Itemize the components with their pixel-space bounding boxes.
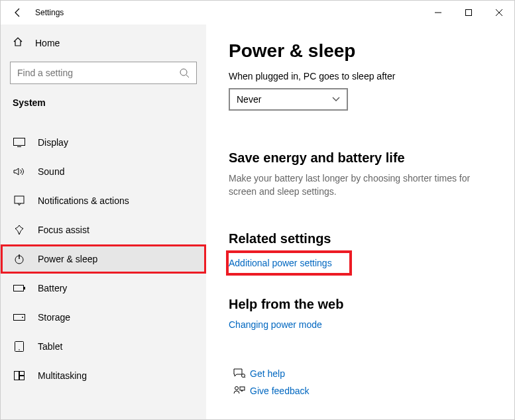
tablet-icon [13, 341, 26, 352]
minimize-button[interactable] [423, 1, 453, 25]
dropdown-value: Never [237, 94, 261, 105]
search-icon [179, 68, 190, 78]
svg-rect-19 [20, 376, 25, 380]
sidebar-item-tablet[interactable]: Tablet [1, 332, 206, 361]
minimize-icon [435, 9, 441, 16]
help-heading: Help from the web [229, 297, 492, 312]
sidebar-item-sound[interactable]: Sound [1, 157, 206, 186]
content-pane: Power & sleep When plugged in, PC goes t… [206, 25, 514, 419]
additional-power-highlight: Additional power settings [229, 253, 349, 273]
back-button[interactable] [9, 3, 27, 22]
home-label: Home [35, 38, 60, 48]
sidebar-item-battery[interactable]: Battery [1, 274, 206, 303]
search-box[interactable] [10, 62, 197, 84]
notifications-icon [13, 195, 26, 206]
home-button[interactable]: Home [1, 30, 206, 56]
sleep-label: When plugged in, PC goes to sleep after [229, 71, 492, 81]
energy-heading: Save energy and battery life [229, 150, 492, 166]
sidebar-item-label: Power & sleep [38, 254, 97, 264]
svg-line-21 [245, 377, 245, 378]
home-icon [13, 36, 23, 50]
energy-description: Make your battery last longer by choosin… [229, 172, 481, 198]
close-button[interactable] [484, 1, 514, 25]
search-input[interactable] [17, 68, 179, 78]
svg-rect-12 [24, 287, 25, 289]
sidebar-item-notifications[interactable]: Notifications & actions [1, 186, 206, 215]
section-heading: System [1, 89, 206, 112]
sidebar-item-label: Tablet [38, 341, 62, 352]
sidebar-item-label: Multitasking [38, 370, 87, 381]
window-title: Settings [35, 8, 64, 17]
svg-rect-11 [14, 286, 24, 291]
get-help-link[interactable]: Get help [250, 368, 285, 379]
sidebar-item-power-sleep[interactable]: Power & sleep [1, 244, 206, 274]
maximize-icon [465, 9, 472, 16]
get-help-icon [229, 368, 250, 379]
additional-power-link[interactable]: Additional power settings [229, 258, 332, 268]
power-icon [13, 254, 26, 264]
sidebar-item-storage[interactable]: Storage [1, 303, 206, 332]
svg-point-4 [180, 69, 187, 76]
give-feedback-link[interactable]: Give feedback [250, 386, 310, 396]
sleep-dropdown[interactable]: Never [229, 88, 348, 111]
sidebar-item-label: Storage [38, 312, 70, 323]
close-icon [496, 9, 502, 16]
sidebar-item-focus-assist[interactable]: Focus assist [1, 215, 206, 244]
maximize-button[interactable] [453, 1, 484, 25]
sidebar-item-display[interactable]: Display [1, 128, 206, 157]
feedback-icon [229, 386, 250, 396]
display-icon [13, 138, 26, 147]
arrow-left-icon [13, 7, 23, 18]
svg-rect-18 [20, 372, 25, 376]
svg-point-14 [22, 317, 23, 318]
battery-icon [13, 284, 26, 292]
sound-icon [13, 167, 26, 176]
svg-rect-6 [14, 138, 25, 146]
sidebar-item-label: Battery [38, 283, 67, 293]
sidebar-item-label: Notifications & actions [38, 195, 129, 206]
focus-assist-icon [13, 225, 26, 235]
sidebar-item-multitasking[interactable]: Multitasking [1, 361, 206, 390]
svg-point-22 [235, 387, 239, 390]
chevron-down-icon [332, 97, 340, 102]
page-title: Power & sleep [229, 40, 492, 62]
related-heading: Related settings [229, 231, 492, 246]
sidebar-item-label: Sound [38, 166, 64, 177]
svg-rect-23 [240, 387, 245, 390]
sidebar-item-label: Focus assist [38, 225, 89, 235]
svg-point-16 [19, 349, 20, 350]
sidebar: Home System Display Sound Notifications … [1, 25, 206, 419]
svg-point-20 [242, 374, 245, 378]
svg-rect-1 [466, 10, 472, 16]
sidebar-item-label: Display [38, 137, 68, 148]
svg-rect-17 [15, 372, 19, 380]
multitasking-icon [13, 371, 26, 380]
changing-power-mode-link[interactable]: Changing power mode [229, 319, 322, 330]
storage-icon [13, 314, 26, 321]
svg-line-5 [186, 75, 189, 78]
svg-rect-8 [15, 196, 24, 203]
